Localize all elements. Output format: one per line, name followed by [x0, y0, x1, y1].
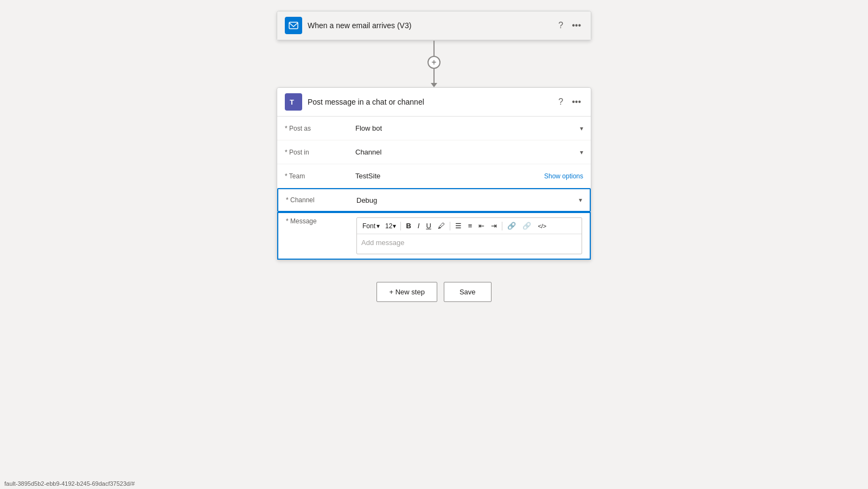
highlight-icon: 🖊 [438, 222, 445, 230]
team-text: TestSite [355, 172, 380, 180]
action-title: Post message in a chat or channel [308, 98, 551, 106]
message-input[interactable]: Add message [357, 234, 582, 254]
email-icon [285, 17, 302, 34]
bold-icon: B [406, 222, 411, 230]
decrease-indent-button[interactable]: ⇤ [476, 220, 487, 231]
italic-button[interactable]: I [415, 220, 423, 231]
svg-rect-0 [289, 22, 298, 29]
action-more-button[interactable]: ••• [570, 96, 583, 108]
toolbar-separator-1 [400, 222, 401, 230]
channel-value[interactable]: Debug ▾ [356, 196, 582, 204]
plus-icon: + [431, 57, 436, 67]
connector-line-bottom [433, 69, 435, 84]
bottom-actions: + New step Save [376, 282, 491, 302]
code-icon: </> [538, 223, 546, 229]
bullet-list-icon: ☰ [455, 222, 462, 230]
action-card: T Post message in a chat or channel ? ••… [277, 87, 591, 260]
post-as-text: Flow bot [355, 124, 382, 132]
font-chevron: ▾ [376, 222, 380, 230]
post-as-chevron: ▾ [580, 125, 583, 132]
message-label: * Message [286, 217, 356, 225]
channel-label: * Channel [286, 196, 356, 204]
trigger-header: When a new email arrives (V3) ? ••• [277, 11, 591, 40]
increase-indent-button[interactable]: ⇥ [488, 220, 500, 231]
post-in-chevron: ▾ [580, 149, 583, 156]
canvas: When a new email arrives (V3) ? ••• + T [0, 5, 868, 489]
help-icon: ? [558, 21, 563, 30]
message-editor: Font ▾ 12 ▾ B [356, 217, 582, 254]
more-icon: ••• [572, 21, 581, 30]
action-header: T Post message in a chat or channel ? ••… [277, 88, 591, 117]
post-in-text: Channel [355, 148, 381, 156]
size-chevron: ▾ [393, 222, 396, 230]
message-row: * Message Font ▾ 12 ▾ [277, 212, 591, 260]
numbered-list-icon: ≡ [468, 222, 473, 230]
post-as-label: * * Post asPost as [285, 125, 355, 132]
decrease-indent-icon: ⇤ [478, 222, 484, 230]
post-in-value[interactable]: Channel ▾ [355, 148, 583, 156]
add-step-button[interactable]: + [427, 56, 441, 69]
connector: + [427, 41, 441, 87]
svg-text:T: T [290, 98, 294, 106]
post-as-row: * * Post asPost as Flow bot ▾ [277, 117, 591, 140]
trigger-card: When a new email arrives (V3) ? ••• [277, 11, 591, 41]
message-placeholder: Add message [361, 239, 405, 247]
arrow-icon [431, 83, 437, 87]
channel-chevron: ▾ [579, 196, 582, 204]
new-step-button[interactable]: + New step [376, 282, 437, 302]
underline-button[interactable]: U [423, 220, 433, 231]
font-selector[interactable]: Font ▾ [360, 221, 382, 231]
post-in-row: * Post in Channel ▾ [277, 140, 591, 164]
underline-icon: U [426, 222, 431, 230]
connector-line-top [433, 41, 435, 56]
channel-text: Debug [356, 196, 377, 204]
action-help-button[interactable]: ? [556, 96, 565, 108]
font-label: Font [362, 222, 375, 230]
show-options-button[interactable]: Show options [540, 172, 583, 180]
post-as-required: * [285, 125, 289, 132]
toolbar-separator-3 [502, 222, 502, 230]
channel-row: * Channel Debug ▾ [277, 188, 591, 212]
unlink-icon: 🔗 [522, 222, 531, 230]
unlink-button[interactable]: 🔗 [520, 220, 534, 231]
action-actions: ? ••• [556, 96, 583, 108]
post-as-value[interactable]: Flow bot ▾ [355, 124, 583, 132]
increase-indent-icon: ⇥ [491, 222, 497, 230]
toolbar-separator-2 [450, 222, 450, 230]
highlight-button[interactable]: 🖊 [435, 220, 448, 231]
team-value[interactable]: TestSite Show options [355, 172, 583, 180]
trigger-more-button[interactable]: ••• [570, 20, 583, 31]
numbered-list-button[interactable]: ≡ [465, 220, 475, 231]
status-text: fault-3895d5b2-ebb9-4192-b245-69dacf3752… [4, 480, 135, 487]
action-help-icon: ? [558, 97, 563, 107]
message-toolbar: Font ▾ 12 ▾ B [357, 218, 582, 234]
italic-icon: I [418, 222, 420, 230]
team-row: * Team TestSite Show options [277, 164, 591, 188]
post-in-label: * Post in [285, 149, 355, 156]
action-body: * * Post asPost as Flow bot ▾ * Post in … [277, 117, 591, 260]
code-button[interactable]: </> [535, 221, 549, 231]
status-bar: fault-3895d5b2-ebb9-4192-b245-69dacf3752… [0, 478, 139, 489]
trigger-actions: ? ••• [556, 20, 583, 31]
team-label: * Team [285, 172, 355, 180]
teams-icon: T [285, 93, 302, 111]
link-icon: 🔗 [507, 222, 516, 230]
size-label: 12 [385, 222, 392, 230]
trigger-help-button[interactable]: ? [556, 20, 565, 31]
trigger-title: When a new email arrives (V3) [308, 21, 551, 30]
size-selector[interactable]: 12 ▾ [383, 221, 398, 231]
bullet-list-button[interactable]: ☰ [452, 220, 464, 231]
bold-button[interactable]: B [403, 220, 413, 231]
action-more-icon: ••• [572, 97, 581, 107]
link-button[interactable]: 🔗 [505, 220, 519, 231]
save-button[interactable]: Save [444, 282, 492, 302]
